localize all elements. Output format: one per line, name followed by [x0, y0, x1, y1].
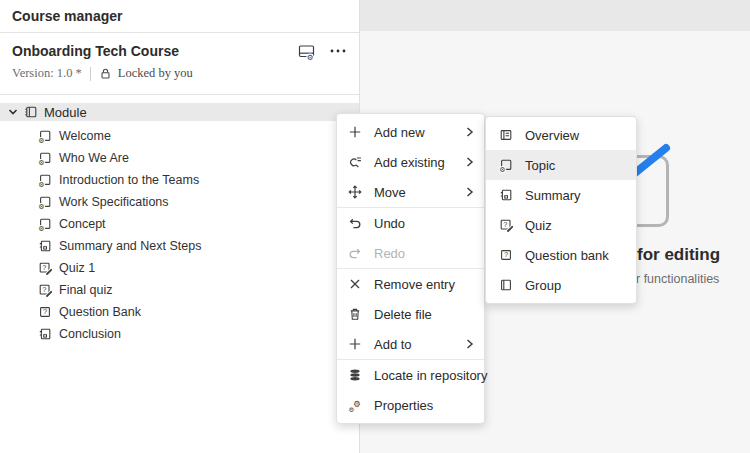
menu-item-undo[interactable]: Undo	[337, 208, 484, 238]
tree-item-module[interactable]: Module	[0, 103, 359, 121]
screen: for editing r functionalities Course man…	[0, 0, 750, 453]
menu-item-label: Move	[374, 185, 454, 200]
course-settings-icon[interactable]: ⚙	[298, 43, 315, 60]
menu-item-question-bank[interactable]: ?Question bank	[486, 240, 636, 270]
menu-item-group[interactable]: Group	[486, 270, 636, 300]
menu-item-add-existing[interactable]: Add existing	[337, 147, 484, 177]
menu-item-overview[interactable]: Overview	[486, 120, 636, 150]
tree-item-label: Welcome	[59, 129, 111, 143]
database-icon	[348, 368, 362, 382]
chevron-right-icon	[466, 157, 474, 167]
tree-item-summary-and-next-steps[interactable]: Summary and Next Steps	[0, 235, 359, 257]
question-bank-icon: ?	[499, 248, 513, 262]
redo-icon	[348, 246, 362, 260]
svg-text:⚙: ⚙	[38, 137, 44, 145]
summary-icon	[499, 188, 513, 202]
menu-item-properties[interactable]: ⚙⚙Properties	[337, 390, 484, 420]
svg-text:⚙: ⚙	[499, 166, 505, 174]
menu-item-remove-entry[interactable]: Remove entry	[337, 269, 484, 299]
menu-item-label: Group	[525, 278, 626, 293]
svg-text:⚙: ⚙	[38, 159, 44, 167]
course-title: Onboarding Tech Course	[12, 43, 284, 59]
properties-icon: ⚙⚙	[348, 398, 362, 412]
question-bank-icon: ?	[38, 305, 52, 319]
svg-text:?: ?	[503, 220, 507, 229]
tree-item-label: Who We Are	[59, 151, 129, 165]
svg-text:⚙: ⚙	[38, 181, 44, 189]
tree-item-who-we-are[interactable]: ⚙Who We Are	[0, 147, 359, 169]
topic-icon: ⚙	[38, 129, 52, 143]
tree-item-quiz-1[interactable]: ?Quiz 1	[0, 257, 359, 279]
more-options-icon[interactable]	[329, 44, 347, 58]
quiz-icon: ?	[499, 218, 513, 232]
move-icon	[348, 185, 362, 199]
menu-item-label: Add to	[374, 337, 454, 352]
quiz-icon: ?	[38, 261, 52, 275]
svg-text:⚙: ⚙	[348, 406, 354, 414]
tree-item-label: Question Bank	[59, 305, 141, 319]
trash-icon	[348, 307, 362, 321]
menu-item-label: Question bank	[525, 248, 626, 263]
topic-icon: ⚙	[38, 195, 52, 209]
divider	[90, 67, 91, 81]
tree-item-label: Final quiz	[59, 283, 113, 297]
course-manager-panel: Course manager Onboarding Tech Course ⚙ …	[0, 0, 360, 453]
overview-icon	[499, 128, 513, 142]
menu-item-label: Locate in repository	[374, 368, 487, 383]
menu-item-label: Add existing	[374, 155, 454, 170]
menu-item-summary[interactable]: Summary	[486, 180, 636, 210]
tree-item-conclusion[interactable]: Conclusion	[0, 323, 359, 345]
add-existing-icon	[348, 155, 362, 169]
chevron-right-icon	[466, 187, 474, 197]
menu-item-label: Overview	[525, 128, 626, 143]
page-title: Course manager	[12, 8, 122, 24]
summary-icon	[38, 327, 52, 341]
svg-text:?: ?	[42, 263, 46, 272]
tree-item-introduction-to-the-teams[interactable]: ⚙Introduction to the Teams	[0, 169, 359, 191]
tree-item-label: Conclusion	[59, 327, 121, 341]
menu-item-quiz[interactable]: ?Quiz	[486, 210, 636, 240]
menu-item-label: Undo	[374, 216, 474, 231]
menu-item-move[interactable]: Move	[337, 177, 484, 207]
svg-text:?: ?	[43, 307, 47, 316]
version-label: Version: 1.0 *	[12, 66, 82, 81]
lock-icon	[99, 67, 112, 80]
svg-text:?: ?	[504, 250, 508, 259]
menu-item-add-new[interactable]: Add new	[337, 117, 484, 147]
tree-item-label: Work Specifications	[59, 195, 169, 209]
undo-icon	[348, 216, 362, 230]
menu-item-redo: Redo	[337, 238, 484, 268]
tree-item-final-quiz[interactable]: ?Final quiz	[0, 279, 359, 301]
chevron-right-icon	[466, 127, 474, 137]
menu-item-locate-in-repository[interactable]: Locate in repository	[337, 360, 484, 390]
empty-state-title: for editing	[637, 245, 720, 265]
group-icon	[499, 278, 513, 292]
svg-text:⚙: ⚙	[38, 203, 44, 211]
tree-item-welcome[interactable]: ⚙Welcome	[0, 125, 359, 147]
tree-item-question-bank[interactable]: ?Question Bank	[0, 301, 359, 323]
menu-item-delete-file[interactable]: Delete file	[337, 299, 484, 329]
menu-item-add-to[interactable]: Add to	[337, 329, 484, 359]
topic-icon: ⚙	[38, 173, 52, 187]
svg-text:⚙: ⚙	[307, 52, 314, 61]
plus-icon	[348, 337, 362, 351]
chevron-down-icon[interactable]	[8, 107, 18, 117]
quiz-icon: ?	[38, 283, 52, 297]
plus-icon	[348, 125, 362, 139]
menu-item-label: Properties	[374, 398, 474, 413]
tree-item-label: Summary and Next Steps	[59, 239, 201, 253]
menu-item-label: Topic	[525, 158, 626, 173]
chevron-right-icon	[466, 339, 474, 349]
menu-item-label: Remove entry	[374, 277, 474, 292]
menu-item-label: Redo	[374, 246, 474, 261]
svg-text:?: ?	[42, 285, 46, 294]
tree-children: ⚙Welcome⚙Who We Are⚙Introduction to the …	[0, 125, 359, 345]
tree-item-concept[interactable]: ⚙Concept	[0, 213, 359, 235]
menu-item-topic[interactable]: ⚙Topic	[486, 150, 636, 180]
close-icon	[348, 277, 362, 291]
context-menu: Add newAdd existingMoveUndoRedoRemove en…	[336, 113, 485, 424]
course-tree: Module ⚙Welcome⚙Who We Are⚙Introduction …	[0, 103, 359, 345]
empty-state-subtitle: r functionalities	[636, 272, 719, 286]
lock-status: Locked by you	[118, 66, 193, 81]
tree-item-work-specifications[interactable]: ⚙Work Specifications	[0, 191, 359, 213]
